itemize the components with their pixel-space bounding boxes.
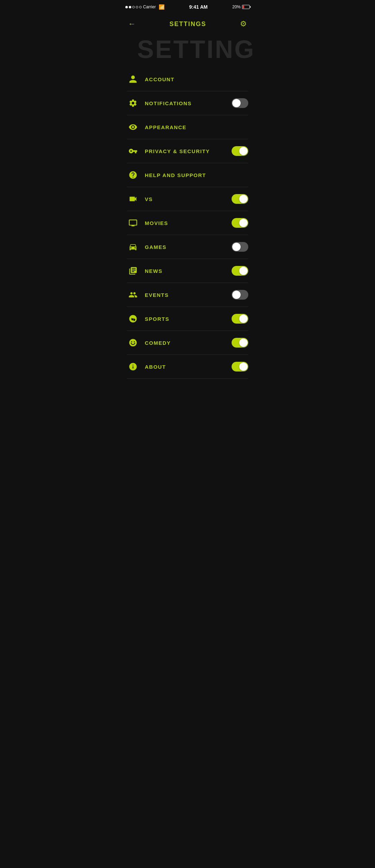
page-title: SETTINGS: [169, 20, 206, 28]
info-icon: [127, 360, 139, 373]
toggle-events[interactable]: [232, 290, 248, 300]
settings-item-about[interactable]: ABOUT: [127, 355, 248, 379]
watermark: SETTING: [120, 37, 255, 62]
person-icon: [127, 73, 139, 85]
settings-item-games[interactable]: GAMES: [127, 235, 248, 259]
support-icon: [127, 169, 139, 181]
toggle-news[interactable]: [232, 266, 248, 276]
toggle-sports[interactable]: [232, 314, 248, 324]
soccer-icon: [127, 312, 139, 325]
toggle-movies[interactable]: [232, 218, 248, 228]
eye-icon: [127, 121, 139, 133]
back-button[interactable]: ←: [127, 18, 137, 30]
camera-icon: [127, 193, 139, 205]
person2-icon: [127, 289, 139, 301]
header: ← SETTINGS ⚙: [120, 12, 255, 34]
settings-label-comedy: COMEDY: [145, 340, 232, 346]
laugh-icon: [127, 336, 139, 349]
settings-label-vs: VS: [145, 196, 232, 202]
settings-label-news: NEWS: [145, 268, 232, 274]
settings-item-help-support[interactable]: HELP AND SUPPORT: [127, 163, 248, 187]
settings-label-notifications: NOTIFICATIONS: [145, 100, 232, 106]
battery-icon: [242, 5, 250, 9]
gear-icon: [127, 97, 139, 109]
gear-icon[interactable]: ⚙: [239, 18, 248, 30]
settings-item-events[interactable]: EVENTS: [127, 283, 248, 307]
settings-item-news[interactable]: NEWS: [127, 259, 248, 283]
toggle-vs[interactable]: [232, 194, 248, 204]
key-icon: [127, 145, 139, 157]
watermark-text: SETTING: [127, 37, 255, 62]
settings-item-sports[interactable]: SPORTS: [127, 307, 248, 331]
settings-label-appearance: APPEARANCE: [145, 124, 248, 130]
settings-label-privacy-security: PRIVACY & SECURITY: [145, 148, 232, 154]
signal-icon: [125, 6, 142, 8]
settings-item-movies[interactable]: MOVIES: [127, 211, 248, 235]
settings-label-about: ABOUT: [145, 364, 232, 370]
battery-percent: 20%: [232, 5, 241, 9]
settings-label-account: ACCOUNT: [145, 76, 248, 82]
settings-label-games: GAMES: [145, 244, 232, 250]
car-icon: [127, 241, 139, 253]
settings-item-comedy[interactable]: COMEDY: [127, 331, 248, 355]
settings-label-events: EVENTS: [145, 292, 232, 298]
toggle-privacy-security[interactable]: [232, 146, 248, 156]
settings-label-help-support: HELP AND SUPPORT: [145, 172, 248, 178]
toggle-notifications[interactable]: [232, 98, 248, 108]
news-icon: [127, 265, 139, 277]
status-time: 9:41 AM: [189, 4, 208, 10]
settings-item-vs[interactable]: VS: [127, 187, 248, 211]
status-bar: Carrier 📶 9:41 AM 20%: [120, 0, 255, 12]
toggle-games[interactable]: [232, 242, 248, 252]
settings-item-account[interactable]: ACCOUNT: [127, 67, 248, 91]
wifi-icon: 📶: [159, 4, 165, 10]
status-left: Carrier 📶: [125, 4, 165, 10]
carrier-label: Carrier: [143, 5, 156, 9]
status-right: 20%: [232, 5, 250, 9]
settings-label-sports: SPORTS: [145, 316, 232, 322]
settings-list: ACCOUNTNOTIFICATIONSAPPEARANCEPRIVACY & …: [120, 67, 255, 379]
tv-icon: [127, 217, 139, 229]
settings-item-notifications[interactable]: NOTIFICATIONS: [127, 91, 248, 115]
settings-item-appearance[interactable]: APPEARANCE: [127, 115, 248, 139]
settings-item-privacy-security[interactable]: PRIVACY & SECURITY: [127, 139, 248, 163]
toggle-about[interactable]: [232, 362, 248, 372]
settings-label-movies: MOVIES: [145, 220, 232, 226]
toggle-comedy[interactable]: [232, 338, 248, 348]
